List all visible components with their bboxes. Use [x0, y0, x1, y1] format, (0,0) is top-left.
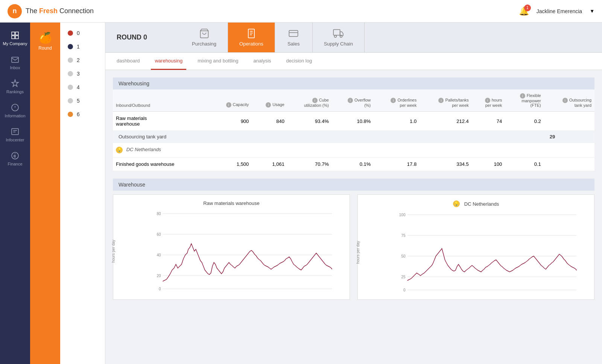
round-num-3[interactable]: 3 [60, 67, 105, 80]
tab-dashboard[interactable]: dashboard [113, 53, 143, 70]
svg-rect-13 [248, 29, 254, 38]
cell-cube-fg: 70.7% [287, 158, 332, 171]
sidebar-item-inbox[interactable]: Inbox [0, 50, 30, 74]
cell-overflow-raw: 10.8% [332, 112, 374, 131]
svg-rect-8 [12, 129, 18, 135]
round-nav-item[interactable]: 🍊 Round [30, 26, 60, 56]
sidebar-item-finance[interactable]: Finance [0, 147, 30, 171]
checklist-icon [246, 28, 257, 39]
round-num-0[interactable]: 0 [60, 26, 105, 40]
round-num-1[interactable]: 1 [60, 40, 105, 53]
svg-rect-17 [289, 30, 298, 36]
tab-operations[interactable]: Operations [228, 23, 275, 52]
svg-text:0: 0 [403, 288, 406, 292]
cell-orderlines-raw: 1.0 [374, 112, 420, 131]
info-icon-cube[interactable]: i [312, 98, 318, 103]
tab-label-sales: Sales [287, 41, 300, 47]
tab-decision-log[interactable]: decision log [283, 53, 316, 70]
cell-pallets-fg: 334.5 [420, 158, 472, 171]
svg-rect-1 [15, 32, 18, 35]
warehouse-chart-title: Warehouse [113, 179, 594, 191]
chart-wrapper-raw: hours per day 80 60 [119, 210, 344, 293]
chart-area-raw: 80 60 40 20 0 [140, 210, 344, 293]
y-label-raw: hours per day [111, 240, 116, 262]
sidebar-label-inbox: Inbox [10, 65, 20, 70]
warehousing-title: Warehousing [113, 77, 594, 89]
info-icon-outsourcing[interactable]: i [562, 98, 568, 103]
tab-analysis[interactable]: analysis [250, 53, 275, 70]
info-icon-hours[interactable]: i [485, 98, 490, 103]
tab-label-purchasing: Purchasing [192, 41, 216, 47]
sidebar-item-rankings[interactable]: Rankings [0, 74, 30, 99]
tab-purchasing[interactable]: Purchasing [181, 23, 228, 52]
svg-point-20 [334, 35, 337, 38]
svg-text:100: 100 [399, 213, 406, 217]
info-icon-usage[interactable]: i [266, 102, 271, 108]
round-num-4[interactable]: 4 [60, 80, 105, 94]
sub-tabs: Purchasing Operations Sales [181, 23, 365, 52]
table-row-outsourcing-section: Outsourcing tank yard 29 [113, 131, 594, 143]
cart-icon [199, 28, 210, 39]
round-num-5[interactable]: 5 [60, 94, 105, 108]
round-dot-1 [68, 44, 73, 49]
col-header-flexible: iFlexiblemanpower(FTE) [505, 89, 544, 112]
round-number-6: 6 [77, 111, 80, 117]
table-row-dc-netherlands: 💡 DC Netherlands [113, 143, 594, 158]
svg-text:40: 40 [157, 253, 161, 257]
chart-title-raw: Raw materials warehouse [119, 200, 344, 206]
cell-flexible-fg: 0.1 [505, 158, 544, 171]
truck-icon [333, 28, 344, 39]
tab-label-supply-chain: Supply Chain [324, 41, 353, 47]
info-icon-flexible[interactable]: i [520, 93, 525, 99]
info-icon-capacity[interactable]: i [226, 102, 231, 108]
round-number-4: 4 [77, 84, 80, 90]
tab-supply-chain[interactable]: Supply Chain [313, 23, 365, 52]
tab-warehousing[interactable]: warehousing [151, 53, 186, 70]
cell-overflow-fg: 0.1% [332, 158, 374, 171]
round-num-6[interactable]: 6 [60, 108, 105, 121]
cell-usage-raw: 840 [252, 112, 287, 131]
dc-chart-icon: 💡 [453, 200, 460, 207]
chart-title-dc-inner: 💡 DC Netherlands [363, 200, 588, 207]
col-header-inbound: Inbound/Outbound [113, 89, 210, 112]
sidebar-orange: 🍊 Round [30, 23, 60, 364]
cell-outsourcing-fg [544, 158, 594, 171]
content-tabs: dashboard warehousing mixing and bottlin… [105, 53, 602, 70]
table-row-finished-goods: Finished goods warehouse 1,500 1,061 70.… [113, 158, 594, 171]
cell-outsourcing-value: 29 [544, 131, 594, 143]
chart-dc-netherlands: 💡 DC Netherlands hours per day [357, 194, 594, 300]
sidebar-item-information[interactable]: Information [0, 99, 30, 123]
header-right: 🔔 1 Jackline Emerencia ▼ [519, 6, 594, 16]
logo-area: n The Fresh Connection [8, 4, 94, 18]
dc-icon: 💡 [116, 147, 123, 153]
round-dot-4 [68, 85, 73, 90]
sidebar-item-my-company[interactable]: My Company [0, 26, 30, 50]
svg-rect-0 [12, 32, 15, 35]
notification-bell[interactable]: 🔔 1 [519, 6, 529, 16]
svg-text:0: 0 [159, 287, 161, 291]
round-dot-2 [68, 58, 73, 63]
chart-title-dc: 💡 DC Netherlands [363, 200, 588, 207]
info-icon-pallets[interactable]: i [438, 98, 444, 103]
cell-flexible-raw: 0.2 [505, 112, 544, 131]
round-num-2[interactable]: 2 [60, 53, 105, 67]
svg-point-21 [340, 35, 342, 38]
sidebar-label-rankings: Rankings [6, 89, 24, 94]
warehousing-table: Inbound/Outbound iCapacity iUsage iCubeu… [113, 89, 594, 171]
cell-usage-fg: 1,061 [252, 158, 287, 171]
sidebar-item-infocenter[interactable]: Infocenter [0, 123, 30, 147]
tab-mixing[interactable]: mixing and bottling [194, 53, 242, 70]
svg-text:60: 60 [157, 232, 161, 237]
round-numbers: 0 1 2 3 4 5 6 [60, 23, 105, 364]
round-number-5: 5 [77, 98, 80, 104]
card-icon [288, 28, 299, 39]
top-header: n The Fresh Connection 🔔 1 Jackline Emer… [0, 0, 602, 23]
info-icon-orderlines[interactable]: i [391, 98, 396, 103]
table-row: Raw materialswarehouse 900 840 93.4% 10.… [113, 112, 594, 131]
info-icon-overflow[interactable]: i [348, 98, 353, 103]
round-number-1: 1 [77, 44, 80, 50]
charts-row: Raw materials warehouse hours per day [113, 194, 594, 300]
round-dot-3 [68, 71, 73, 76]
tab-sales[interactable]: Sales [275, 23, 313, 52]
user-name[interactable]: Jackline Emerencia [537, 8, 582, 14]
